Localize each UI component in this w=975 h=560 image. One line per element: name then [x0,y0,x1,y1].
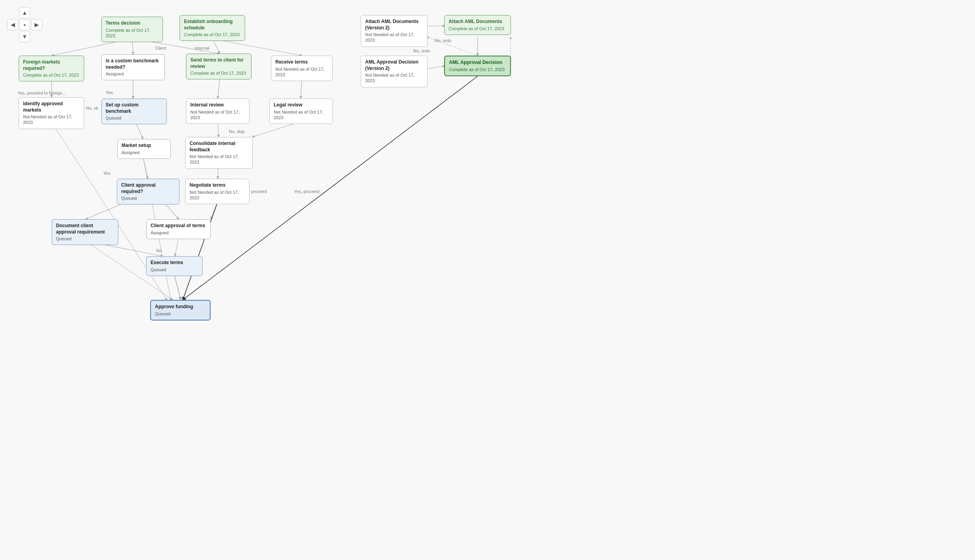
internal-review-title: Internal review [190,102,245,108]
aml-approval-v2-node[interactable]: AML Approval Decision (Version 2) Not Ne… [361,56,428,87]
attach-aml-v2-title: Attach AML Documents (Version 2) [365,19,423,31]
client-approval-terms-title: Client approval of terms [151,223,206,229]
identify-markets-status: Not Needed as of Oct 17, 2023 [23,114,80,126]
client-approval-required-node[interactable]: Client approval required? Queued [117,179,180,205]
aml-approval-status: Complete as of Oct 17, 2023 [449,67,506,72]
nav-up-button[interactable]: ▲ [19,7,30,18]
market-setup-node[interactable]: Market setup Assigned [117,139,171,159]
approve-funding-node[interactable]: Approve funding Queued [150,300,211,321]
aml-approval-title: AML Approval Decision [449,60,506,66]
document-client-approval-title: Document client approval requirement [56,223,114,235]
custom-benchmark-needed-node[interactable]: Is a custom benchmark needed? Assigned [101,54,165,80]
approve-funding-status: Queued [155,311,206,317]
execute-terms-title: Execute terms [151,260,198,266]
svg-line-20 [183,202,218,300]
client-approval-terms-node[interactable]: Client approval of terms Assigned [146,219,211,239]
edge-label-no-redo2: No, redo [413,48,430,53]
internal-review-node[interactable]: Internal review Not Needed as of Oct 17,… [186,98,250,124]
establish-onboarding-status: Complete as of Oct 17, 2023 [184,32,241,37]
edge-label-yes-foreign: Yes, proceed to foreign... [17,91,66,95]
svg-line-18 [175,237,179,256]
negotiate-terms-status: Not Needed as of Oct 17, 2023 [190,189,245,201]
legal-review-title: Legal review [274,102,329,108]
svg-line-16 [211,202,218,219]
execute-terms-status: Queued [151,267,198,272]
client-approval-terms-status: Assigned [151,230,206,236]
terms-decision-status: Complete as of Oct 17, 2023 [106,27,159,39]
attach-aml-title: Attach AML Documents [449,19,507,25]
foreign-markets-title: Foreign markets required? [23,59,80,71]
aml-approval-node[interactable]: AML Approval Decision Complete as of Oct… [444,56,511,76]
market-setup-status: Assigned [122,150,166,155]
edge-label-internal: Internal [195,46,209,50]
identify-markets-node[interactable]: Identify approved markets Not Needed as … [19,97,84,129]
setup-benchmark-title: Set up custom benchmark [106,102,162,114]
consolidate-feedback-status: Not Needed as of Oct 17, 2023 [190,154,248,165]
client-approval-required-status: Queued [121,195,175,201]
attach-aml-v2-status: Not Needed as of Oct 17, 2023 [365,32,423,43]
svg-line-3 [213,39,220,54]
receive-terms-title: Receive terms [275,59,328,66]
nav-down-button[interactable]: ▼ [19,31,30,42]
edge-label-yes-approval: Yes [103,171,110,176]
legal-review-node[interactable]: Legal review Not Needed as of Oct 17, 20… [269,98,333,124]
internal-review-status: Not Needed as of Oct 17, 2023 [190,109,245,121]
edge-label-client: Client [155,46,166,50]
consolidate-feedback-title: Consolidate internal feedback [190,141,248,153]
aml-approval-v2-status: Not Needed as of Oct 17, 2023 [365,72,423,84]
identify-markets-title: Identify approved markets [23,101,80,113]
send-terms-status: Complete as of Oct 17, 2023 [190,70,247,76]
edge-label-yes-benchmark: Yes [106,90,113,95]
svg-line-7 [218,79,220,98]
receive-terms-status: Not Needed as of Oct 17, 2023 [275,66,328,78]
attach-aml-v2-node[interactable]: Attach AML Documents (Version 2) Not Nee… [361,15,428,47]
terms-decision-node[interactable]: Terms decision Complete as of Oct 17, 20… [101,17,163,42]
approve-funding-title: Approve funding [155,304,206,310]
consolidate-feedback-node[interactable]: Consolidate internal feedback Not Needed… [185,137,253,169]
custom-benchmark-needed-title: Is a custom benchmark needed? [106,58,161,70]
aml-approval-v2-title: AML Approval Decision (Version 2) [365,59,423,71]
execute-terms-node[interactable]: Execute terms Queued [146,256,203,276]
nav-left-button[interactable]: ◀ [7,19,18,30]
document-client-approval-status: Queued [56,236,114,241]
nav-right-button[interactable]: ▶ [31,19,42,30]
attach-aml-status: Complete as of Oct 17, 2023 [449,26,507,31]
foreign-markets-node[interactable]: Foreign markets required? Complete as of… [19,56,84,81]
edge-label-yes-proceed: Yes, proceed [294,189,319,194]
document-client-approval-node[interactable]: Document client approval requirement Que… [52,219,118,245]
receive-terms-node[interactable]: Receive terms Not Needed as of Oct 17, 2… [271,56,333,81]
edge-label-no-skip: No, sk [86,106,98,110]
edge-label-no: No [156,248,162,253]
connections-svg [0,0,975,560]
edge-label-proceed: proceed [251,189,267,194]
negotiate-terms-node[interactable]: Negotiate terms Not Needed as of Oct 17,… [185,179,250,204]
svg-line-19 [174,274,181,300]
send-terms-node[interactable]: Send terms to client for review Complete… [186,54,251,79]
nav-controls: ▲ ◀ ● ▶ ▼ [7,7,42,42]
edge-label-no-skip2: No, skip [229,129,245,134]
legal-review-status: Not Needed as of Oct 17, 2023 [274,109,329,121]
svg-line-12 [143,157,148,179]
edge-label-no-redo1: No, redo [435,38,451,43]
setup-benchmark-status: Queued [106,115,162,121]
market-setup-title: Market setup [122,143,166,149]
foreign-markets-status: Complete as of Oct 17, 2023 [23,72,80,78]
send-terms-title: Send terms to client for review [190,57,247,70]
establish-onboarding-title: Establish onboarding schedule [184,19,241,31]
establish-onboarding-node[interactable]: Establish onboarding schedule Complete a… [180,15,245,41]
svg-line-24 [427,66,445,69]
workflow-canvas: ▲ ◀ ● ▶ ▼ [0,0,975,560]
terms-decision-title: Terms decision [106,20,159,27]
client-approval-required-title: Client approval required? [121,182,175,195]
nav-center-button[interactable]: ● [19,19,30,30]
negotiate-terms-title: Negotiate terms [190,182,245,189]
attach-aml-node[interactable]: Attach AML Documents Complete as of Oct … [444,15,511,35]
svg-line-4 [213,39,302,56]
custom-benchmark-needed-status: Assigned [106,71,161,77]
setup-benchmark-node[interactable]: Set up custom benchmark Queued [101,98,167,124]
